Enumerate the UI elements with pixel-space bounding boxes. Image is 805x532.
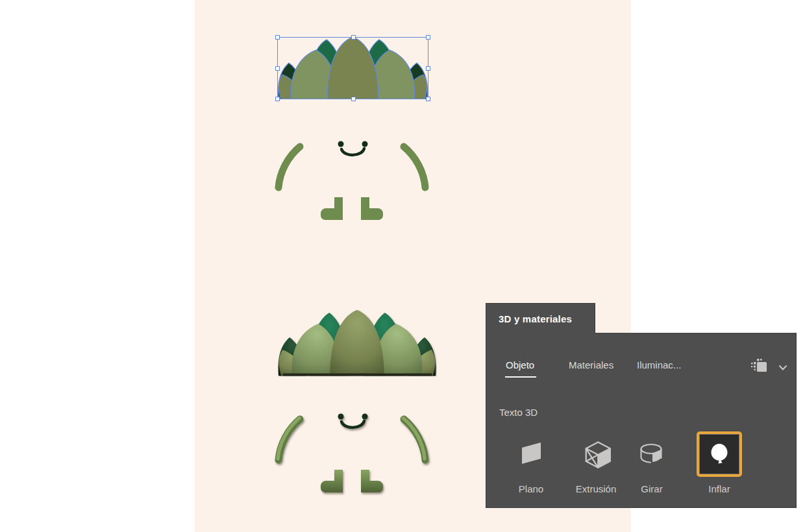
inflated-leaves-artwork[interactable] bbox=[277, 309, 437, 376]
tool-girar-iconbox bbox=[629, 431, 675, 477]
selection-handle[interactable] bbox=[275, 35, 280, 40]
boots-3d bbox=[321, 470, 383, 492]
tab-iluminacion[interactable]: Iluminac... bbox=[637, 359, 681, 370]
selection-handle[interactable] bbox=[426, 66, 430, 71]
panel-title: 3D y materiales bbox=[499, 313, 572, 324]
tab-objeto[interactable]: Objeto bbox=[506, 359, 534, 370]
inflate-balloon-icon bbox=[705, 440, 734, 468]
panel-3d-materials: Objeto Materiales Iluminac... Texto 3D bbox=[486, 333, 797, 508]
face-2d bbox=[338, 141, 368, 155]
tool-inflar[interactable]: Inflar bbox=[697, 431, 742, 494]
tool-plano-iconbox bbox=[508, 431, 554, 477]
boots-2d bbox=[321, 197, 383, 220]
tool-extrusion-iconbox bbox=[573, 431, 619, 477]
tool-inflar-label: Inflar bbox=[654, 483, 784, 494]
chevron-down-icon bbox=[778, 363, 788, 372]
selection-handle[interactable] bbox=[351, 97, 356, 101]
selection-handle[interactable] bbox=[426, 97, 430, 101]
selection-handle[interactable] bbox=[351, 35, 356, 40]
panel-title-tab[interactable]: 3D y materiales bbox=[486, 303, 595, 333]
render-settings-button[interactable] bbox=[747, 355, 771, 377]
selection-handle[interactable] bbox=[275, 66, 280, 71]
selection-handle[interactable] bbox=[426, 35, 430, 40]
render-settings-icon bbox=[749, 356, 769, 376]
inflated-character-artwork[interactable] bbox=[269, 401, 432, 498]
revolve-cylinder-icon bbox=[638, 440, 666, 468]
selection-bounding-box[interactable] bbox=[277, 37, 428, 99]
plane-icon bbox=[517, 440, 545, 468]
section-label-texto-3d: Texto 3D bbox=[499, 407, 538, 418]
tool-inflar-iconbox bbox=[697, 431, 742, 477]
illustrator-workspace: 3D y materiales Objeto Materiales Ilumin… bbox=[0, 0, 805, 532]
arms-2d bbox=[279, 147, 425, 187]
face-3d bbox=[338, 414, 368, 428]
selection-handle[interactable] bbox=[275, 97, 280, 101]
extrude-cube-icon bbox=[580, 439, 612, 470]
arms-3d bbox=[278, 418, 425, 461]
flat-character-artwork[interactable] bbox=[269, 128, 432, 226]
tab-materiales[interactable]: Materiales bbox=[569, 359, 613, 370]
panel-menu-button[interactable] bbox=[776, 362, 790, 374]
